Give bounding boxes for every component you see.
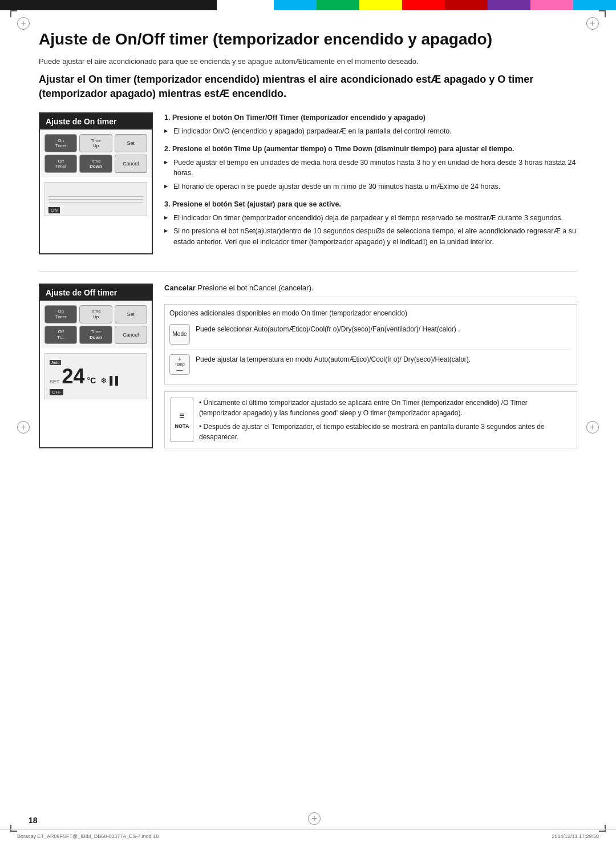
step2: 2. Presione el botón Time Up (aumentar t… bbox=[164, 144, 577, 192]
on-timer-buttons: OnTimer TimeUp Set OffTimer TimeDown Can… bbox=[40, 129, 152, 177]
time-down-btn[interactable]: TimeDown bbox=[79, 155, 112, 173]
on-timer-section: Ajuste de On timer OnTimer TimeUp Set Of… bbox=[39, 112, 577, 254]
options-title: Opciones adicionales disponibles en modo… bbox=[169, 309, 572, 319]
page-number: 18 bbox=[29, 816, 38, 825]
subtitle-para: Puede ajustar el aire acondicionado para… bbox=[39, 56, 577, 67]
color-yellow bbox=[359, 0, 402, 10]
display-line3 bbox=[48, 202, 143, 203]
cancel-line: Cancelar Presione el bot nCancel (cancel… bbox=[164, 284, 577, 297]
nota-icon: ≡ NOTA bbox=[171, 398, 193, 442]
off-timer-title: Ajuste de Off timer bbox=[40, 285, 152, 301]
on-timer-panel: Ajuste de On timer OnTimer TimeUp Set Of… bbox=[39, 112, 153, 254]
step2-bullet1: Puede ajustar el tiempo en unidades de m… bbox=[164, 157, 577, 179]
on-timer-btn[interactable]: OnTimer bbox=[44, 134, 77, 152]
off-cancel-btn[interactable]: Cancel bbox=[115, 326, 147, 344]
off-badge: OFF bbox=[50, 389, 63, 395]
color-darkred bbox=[445, 0, 488, 10]
on-timer-instructions: 1. Presione el botón On Timer/Off Timer … bbox=[164, 112, 577, 254]
page-content: Ajuste de On/Off timer (temporizador enc… bbox=[16, 13, 600, 826]
step2-title: 2. Presione el botón Time Up (aumentar t… bbox=[164, 144, 577, 155]
off-time-down-btn[interactable]: TimeDown bbox=[79, 326, 112, 344]
off-timer-display: Auto SET 24 °C ❄ ▌▌ OFF bbox=[44, 353, 147, 399]
mode-icon: Mode bbox=[169, 324, 190, 345]
off-timer-btn[interactable]: OffTimer bbox=[44, 155, 77, 173]
cancel-btn[interactable]: Cancel bbox=[115, 155, 147, 173]
on-timer-title: Ajuste de On timer bbox=[40, 114, 152, 129]
off-on-timer-btn[interactable]: OnTimer bbox=[44, 305, 77, 323]
option1-text: Puede seleccionar Auto(automÆtico)/Cool(… bbox=[196, 324, 572, 334]
top-bar-white bbox=[217, 0, 274, 10]
color-cyan2 bbox=[573, 0, 616, 10]
step2-bullet2: El horario de operaci n se puede ajustar… bbox=[164, 181, 577, 192]
option2-text: Puede ajustar la temperatura en modo Aut… bbox=[196, 354, 572, 365]
on-timer-display: ON bbox=[44, 182, 147, 216]
color-purple bbox=[488, 0, 530, 10]
off-timer-panel: Ajuste de Off timer OnTimer TimeUp Set O… bbox=[39, 284, 153, 448]
degree-symbol: °C bbox=[87, 376, 96, 385]
page-title: Ajuste de On/Off timer (temporizador enc… bbox=[39, 30, 577, 49]
color-green bbox=[317, 0, 359, 10]
set-label: SET bbox=[50, 379, 60, 384]
off-set-btn[interactable]: Set bbox=[115, 305, 147, 323]
top-bar-colors bbox=[274, 0, 616, 10]
options-box: Opciones adicionales disponibles en modo… bbox=[164, 304, 577, 384]
footer-left: Boracay ET_AR09FSFT@_IBIM_DB68-03377A_ES… bbox=[17, 833, 159, 839]
step1-title: 1. Presione el botón On Timer/Off Timer … bbox=[164, 112, 577, 123]
display-line2 bbox=[48, 199, 143, 200]
nota-bullet2: • Después de ajustar el Temporizador, el… bbox=[199, 422, 571, 442]
step3-bullet2: Si no presiona el bot nSet(ajustar)dentr… bbox=[164, 226, 577, 248]
step1: 1. Presione el botón On Timer/Off Timer … bbox=[164, 112, 577, 137]
temperature-display: 24 bbox=[62, 366, 85, 387]
option-row-mode: Mode Puede seleccionar Auto(automÆtico)/… bbox=[169, 324, 572, 350]
temp-icon: + Temp — bbox=[169, 354, 190, 375]
option-row-temp: + Temp — Puede ajustar la temperatura en… bbox=[169, 354, 572, 379]
subtitle-large: Ajustar el On timer (temporizador encend… bbox=[39, 72, 577, 101]
time-up-btn[interactable]: TimeUp bbox=[79, 134, 112, 152]
step1-bullet1: El indicador On/O (encendido y apagado) … bbox=[164, 126, 577, 137]
nota-text: • Únicamente el último temporizador ajus… bbox=[199, 398, 571, 442]
cancel-label: Cancelar bbox=[164, 284, 196, 292]
off-time-up-btn[interactable]: TimeUp bbox=[79, 305, 112, 323]
footer: Boracay ET_AR09FSFT@_IBIM_DB68-03377A_ES… bbox=[0, 829, 616, 842]
nota-label: NOTA bbox=[175, 423, 189, 431]
off-timer-section: Ajuste de Off timer OnTimer TimeUp Set O… bbox=[39, 284, 577, 448]
color-cyan bbox=[274, 0, 317, 10]
set-btn[interactable]: Set bbox=[115, 134, 147, 152]
step3-title: 3. Presione el botón Set (ajustar) para … bbox=[164, 199, 577, 210]
fan-icon: ❄ ▌▌ bbox=[100, 376, 121, 385]
off-off-timer-btn[interactable]: OffTi... bbox=[44, 326, 77, 344]
section-divider bbox=[39, 272, 577, 272]
off-timer-options: Cancelar Presione el bot nCancel (cancel… bbox=[164, 284, 577, 448]
step3-bullet1: El indicador On timer (temporizador ence… bbox=[164, 213, 577, 224]
cancel-text: Presione el bot nCancel (cancelar). bbox=[198, 284, 314, 292]
top-bar-black bbox=[0, 0, 217, 10]
off-timer-buttons: OnTimer TimeUp Set OffTi... TimeDown Can… bbox=[40, 301, 152, 349]
on-badge: ON bbox=[48, 207, 60, 213]
display-line1 bbox=[48, 196, 143, 197]
top-color-bar bbox=[0, 0, 616, 10]
nota-bullet1: • Únicamente el último temporizador ajus… bbox=[199, 398, 571, 418]
nota-box: ≡ NOTA • Únicamente el último temporizad… bbox=[164, 391, 577, 448]
color-pink bbox=[530, 0, 573, 10]
step3: 3. Presione el botón Set (ajustar) para … bbox=[164, 199, 577, 248]
footer-right: 2014/12/11 17:29:50 bbox=[552, 833, 599, 839]
color-red bbox=[402, 0, 445, 10]
auto-badge: Auto bbox=[50, 360, 61, 365]
